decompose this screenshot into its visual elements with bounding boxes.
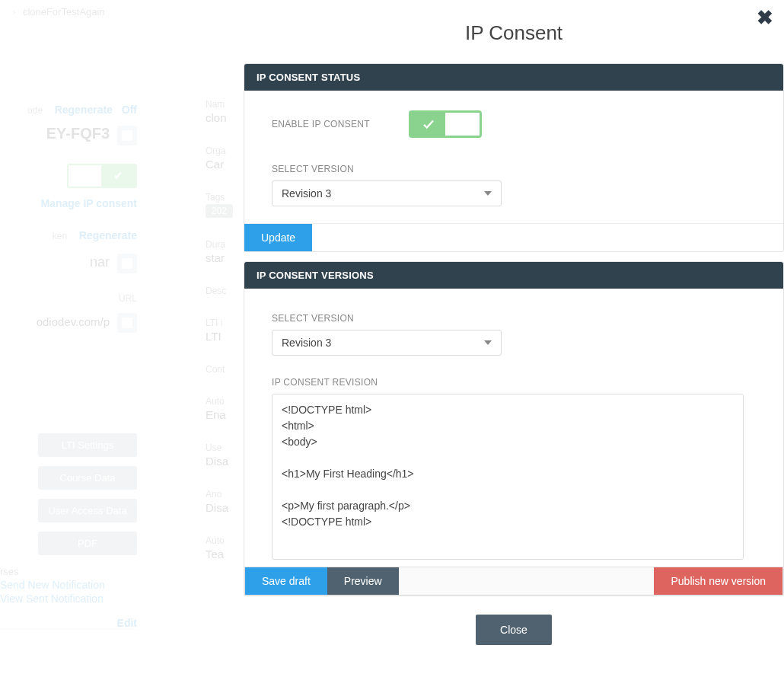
- close-icon[interactable]: ✖: [757, 6, 773, 30]
- select-version-status[interactable]: Revision 3: [272, 180, 502, 206]
- chevron-down-icon: [484, 340, 492, 345]
- enable-ip-consent-label: ENABLE IP CONSENT: [272, 119, 409, 129]
- enable-ip-consent-toggle[interactable]: [409, 110, 482, 138]
- toggle-off-side: [445, 113, 480, 136]
- check-icon: [411, 113, 445, 136]
- panel-ip-consent-status: IP CONSENT STATUS ENABLE IP CONSENT SELE…: [244, 63, 784, 252]
- publish-button[interactable]: Publish new version: [654, 567, 782, 595]
- chevron-down-icon: [484, 191, 492, 196]
- close-button[interactable]: Close: [476, 615, 552, 645]
- revision-label: IP CONSENT REVISION: [272, 377, 756, 388]
- select-version-value-2: Revision 3: [282, 337, 331, 349]
- panel-ip-consent-versions: IP CONSENT VERSIONS SELECT VERSION Revis…: [244, 261, 784, 596]
- action-bar-spacer: [399, 567, 655, 595]
- ip-consent-revision-textarea[interactable]: [272, 394, 744, 560]
- modal-title: IP Consent: [244, 0, 784, 63]
- select-version-value: Revision 3: [282, 187, 331, 200]
- select-version-label: SELECT VERSION: [272, 164, 756, 174]
- panel-header-status: IP CONSENT STATUS: [244, 64, 783, 91]
- ip-consent-modal: ✖ IP Consent IP CONSENT STATUS ENABLE IP…: [244, 0, 784, 693]
- panel-header-versions: IP CONSENT VERSIONS: [244, 262, 783, 289]
- select-version-label-2: SELECT VERSION: [272, 313, 756, 324]
- save-draft-button[interactable]: Save draft: [245, 567, 327, 595]
- update-button[interactable]: Update: [244, 224, 312, 251]
- select-version-versions[interactable]: Revision 3: [272, 330, 502, 356]
- preview-button[interactable]: Preview: [327, 567, 399, 595]
